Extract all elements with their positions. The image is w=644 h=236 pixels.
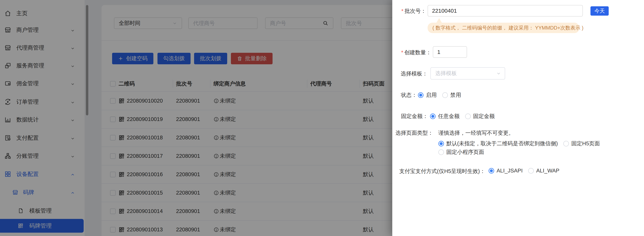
radio-page-miniprogram[interactable]: 固定小程序页面	[438, 148, 484, 156]
required-asterisk: *	[402, 8, 404, 14]
page-type-radio-line-2: 固定小程序页面	[438, 148, 484, 156]
template-placeholder: 选择模板	[435, 70, 457, 77]
drawer-batch-no-input[interactable]	[428, 5, 583, 16]
create-code-drawer: *批次号： 今天 ( 数字格式， 二维码编号的前缀， 建议采用： YYMMDD+…	[392, 0, 644, 236]
app-screen: 主页 商户管理 代理商管理 服务商管理 佣金管理 订单管理	[0, 0, 644, 236]
radio-off-icon	[442, 92, 448, 98]
radio-page-default[interactable]: 默认(未指定，取决于二维码是否绑定到微信侧)	[438, 140, 558, 147]
template-select[interactable]: 选择模板	[430, 67, 505, 80]
radio-on-icon	[438, 141, 444, 146]
amount-radio-group: 任意金额 固定金额	[430, 112, 495, 120]
radio-ali-wap[interactable]: ALI_WAP	[528, 168, 560, 174]
status-label: 状态：	[392, 92, 417, 98]
drawer-create-count-input[interactable]	[433, 46, 467, 58]
alipay-radio-group: ALI_JSAPI ALI_WAP	[488, 168, 560, 174]
status-radio-group: 启用 禁用	[418, 92, 461, 99]
radio-status-enabled[interactable]: 启用	[418, 92, 437, 99]
drawer-mask-overlay[interactable]	[0, 0, 392, 236]
batch-no-hint: ( 数字格式， 二维码编号的前缀， 建议采用： YYMMDD+次数表示 )	[428, 23, 579, 33]
page-type-caution: 谨慎选择，一经填写不可变更。	[438, 129, 514, 136]
radio-on-icon	[418, 92, 424, 98]
alipay-method-label: 支付宝支付方式(仅H5呈现时生效)：	[392, 168, 485, 175]
create-count-label: *创建数量：	[392, 49, 431, 56]
today-button[interactable]: 今天	[590, 6, 609, 16]
fixed-amount-label: 固定金额：	[392, 112, 428, 120]
radio-off-icon	[563, 141, 569, 146]
radio-on-icon	[488, 168, 494, 174]
radio-page-h5[interactable]: 固定H5页面	[563, 140, 600, 147]
radio-ali-jsapi[interactable]: ALI_JSAPI	[488, 168, 522, 174]
page-type-radio-line-1: 默认(未指定，取决于二维码是否绑定到微信侧) 固定H5页面	[438, 140, 600, 147]
radio-off-icon	[438, 150, 444, 155]
template-label: 选择模板：	[392, 70, 428, 77]
radio-any-amount[interactable]: 任意金额	[430, 112, 460, 120]
radio-fixed-amount[interactable]: 固定金额	[465, 112, 495, 120]
radio-on-icon	[430, 114, 436, 119]
hint-arrow	[436, 18, 442, 23]
required-asterisk: *	[401, 50, 403, 56]
radio-status-disabled[interactable]: 禁用	[442, 92, 461, 99]
chevron-down-icon	[496, 71, 501, 76]
page-type-label: 选择页面类型：	[392, 129, 433, 136]
radio-off-icon	[528, 168, 534, 174]
batch-no-label: *批次号：	[392, 8, 426, 14]
radio-off-icon	[465, 114, 471, 119]
